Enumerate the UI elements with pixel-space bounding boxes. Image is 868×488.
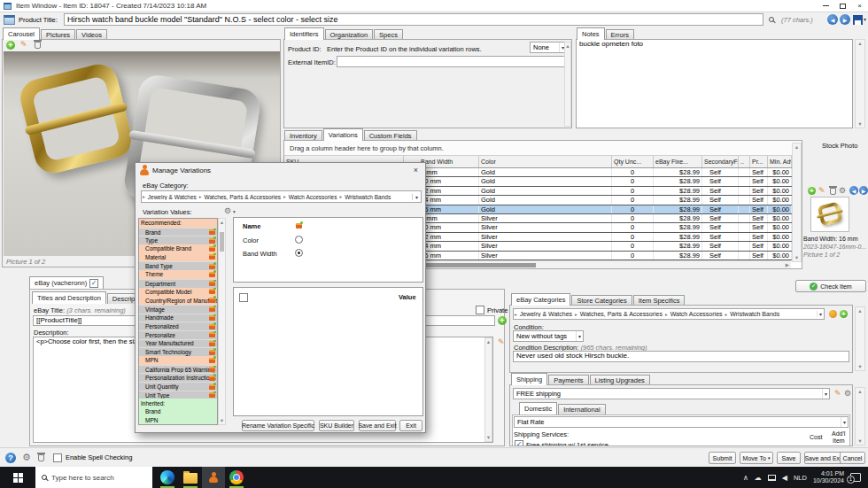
notes-textarea[interactable]: buckle opmeten foto — [576, 39, 853, 128]
variation-value-item[interactable]: Brand — [139, 228, 217, 236]
private-option[interactable]: Private — [476, 306, 508, 314]
scroll-up-icon[interactable]: ▲ — [486, 339, 491, 345]
private-checkbox[interactable] — [476, 306, 484, 314]
grid-vscrollbar[interactable]: ▲ ▼ — [792, 143, 802, 262]
spell-check-checkbox[interactable] — [53, 453, 62, 462]
band-width-radio[interactable] — [295, 249, 303, 257]
product-id-select[interactable]: None ▾ — [530, 42, 567, 53]
add-category-icon[interactable]: + — [840, 310, 848, 318]
tab-carousel[interactable]: Carousel — [3, 27, 40, 40]
volume-icon[interactable]: ◀ — [782, 474, 787, 482]
variation-value-item[interactable]: Band Type — [139, 261, 217, 270]
maximize-button[interactable] — [834, 0, 851, 12]
tab-titles-description[interactable]: Titles and Description — [32, 291, 106, 304]
condition-desc-input[interactable]: Never used old stock Hirsch buckle. — [513, 351, 849, 362]
scroll-down-icon[interactable]: ▼ — [486, 435, 491, 440]
clock[interactable]: 4:01 PM 10/30/2024 — [813, 470, 844, 484]
breadcrumb-item[interactable]: Jewelry & Watches — [518, 311, 574, 317]
scroll-down-icon[interactable]: ▼ — [220, 418, 224, 423]
column-qty[interactable]: Qty Unc... — [612, 156, 654, 167]
edit-shipping-icon[interactable]: ✎ — [834, 390, 841, 398]
variation-value-item[interactable]: Personalized — [139, 321, 217, 330]
scroll-up-icon[interactable]: ▲ — [220, 220, 224, 225]
add-subtitle-icon[interactable]: + — [498, 316, 507, 325]
variation-value-item[interactable]: Brand — [139, 407, 217, 416]
save-and-exit-button[interactable]: Save and Exit — [804, 452, 843, 464]
scroll-up-icon[interactable]: ▲ — [794, 144, 799, 150]
service-checkbox[interactable]: ✓ — [515, 440, 523, 446]
taskbar-app[interactable] — [202, 467, 225, 488]
tab-domestic[interactable]: Domestic — [519, 402, 557, 414]
edit-picture-icon[interactable]: ✎ — [20, 41, 27, 49]
scroll-right-icon[interactable]: ▶ — [786, 262, 791, 267]
variation-value-item[interactable]: Department — [139, 279, 217, 288]
breadcrumb-item[interactable]: Wristwatch Bands — [728, 311, 781, 317]
variation-value-item[interactable]: Vintage — [139, 305, 217, 314]
notes-scrollbar[interactable]: ▲ ▼ — [855, 39, 865, 128]
scroll-down-icon[interactable]: ▼ — [857, 438, 862, 444]
external-itemid-input[interactable] — [337, 56, 567, 67]
breadcrumb-item[interactable]: Wristwatch Bands — [343, 194, 392, 200]
values-settings-icon[interactable]: ⚙ — [224, 207, 231, 215]
variation-value-item[interactable]: Compatible Model — [139, 288, 217, 297]
shipping-settings-icon[interactable]: ⚙ — [844, 390, 851, 398]
tab-shipping[interactable]: Shipping — [511, 373, 547, 385]
categories-scrollbar[interactable]: ▲ ▼ — [855, 306, 865, 371]
column-color[interactable]: Color — [479, 156, 612, 167]
spell-check-option[interactable]: Enable Spell Checking — [53, 453, 132, 462]
scroll-up-icon[interactable]: ▲ — [857, 308, 862, 314]
nav-next-icon[interactable]: ▶ — [840, 14, 850, 25]
tab-ebay-categories[interactable]: eBay Categories — [511, 293, 570, 306]
tab-notes[interactable]: Notes — [577, 27, 605, 40]
close-icon[interactable]: × — [411, 166, 421, 174]
notification-icon[interactable]: 1 — [850, 473, 861, 482]
account-enabled-checkbox[interactable]: ✓ — [89, 279, 98, 288]
column-ebay-fixed[interactable]: eBay Fixe... — [654, 156, 702, 167]
variation-value-item[interactable]: Compatible Brand — [139, 244, 217, 253]
condition-select[interactable]: New without tags ▾ — [513, 330, 584, 342]
language-indicator[interactable]: NLD — [794, 474, 807, 482]
check-item-button[interactable]: ✓ Check Item — [795, 280, 866, 292]
submit-button[interactable]: Submit — [709, 452, 736, 464]
chevron-down-icon[interactable]: ▾ — [576, 331, 583, 341]
taskbar-chrome[interactable] — [225, 467, 248, 488]
column-misc[interactable]: .. — [739, 156, 750, 167]
product-title-input[interactable]: Hirsch watch band buckle model "Standard… — [64, 13, 763, 26]
rate-type-select[interactable]: Flat Rate ▾ — [514, 416, 849, 428]
sku-builder-button[interactable]: SKU Builder — [319, 420, 354, 431]
tab-international[interactable]: International — [558, 404, 605, 414]
stock-add-icon[interactable]: + — [808, 187, 816, 195]
values-scrollbar[interactable]: ▲ ▼ — [218, 218, 226, 425]
stock-photo-thumbnail[interactable] — [810, 197, 849, 232]
value-select-all-checkbox[interactable] — [239, 293, 248, 302]
shipping-profile-select[interactable]: FREE shipping ▾ — [513, 388, 830, 399]
cloud-icon[interactable]: ☁ — [755, 474, 762, 482]
tab-variations[interactable]: Variations — [323, 128, 363, 141]
breadcrumb-item[interactable]: Watch Accessories — [287, 194, 339, 200]
search-icon[interactable] — [769, 17, 774, 22]
column-pr[interactable]: Pr... — [750, 156, 768, 167]
variation-value-item[interactable]: Unit Type — [139, 391, 217, 399]
variation-value-item[interactable]: Handmade — [139, 314, 217, 322]
dialog-save-exit-button[interactable]: Save and Exit — [359, 420, 396, 431]
variation-value-item[interactable]: Smart Technology — [139, 347, 217, 356]
stock-edit-icon[interactable]: ✎ — [818, 187, 825, 195]
settings-search-icon[interactable]: ⚙ — [22, 453, 31, 461]
breadcrumb-item[interactable]: Watches, Parts & Accessories — [203, 194, 283, 200]
variation-value-item[interactable]: Theme — [139, 270, 217, 279]
chevron-down-icon[interactable]: ▾ — [822, 389, 829, 399]
variation-value-item[interactable]: California Prop 65 Warning — [139, 365, 217, 374]
chevron-down-icon[interactable]: ▾ — [412, 194, 421, 200]
scroll-down-icon[interactable]: ▼ — [857, 364, 862, 369]
rename-variation-button[interactable]: Rename Variation Specific — [242, 420, 314, 431]
cancel-button[interactable]: Cancel — [840, 452, 865, 464]
variation-value-item[interactable]: Unit Quantity — [139, 382, 217, 391]
variation-value-item[interactable]: MPN — [139, 356, 217, 365]
shipping-scrollbar[interactable]: ▲ ▼ — [855, 387, 865, 445]
log-icon[interactable] — [38, 454, 44, 461]
variation-value-item[interactable]: Personalize — [139, 330, 217, 339]
nav-prev-icon[interactable]: ◀ — [827, 14, 838, 25]
chevron-down-icon[interactable]: ▾ — [817, 311, 824, 317]
breadcrumb-item[interactable]: Watch Accessories — [669, 311, 725, 317]
edit-description-icon[interactable]: ✎ — [498, 338, 505, 346]
